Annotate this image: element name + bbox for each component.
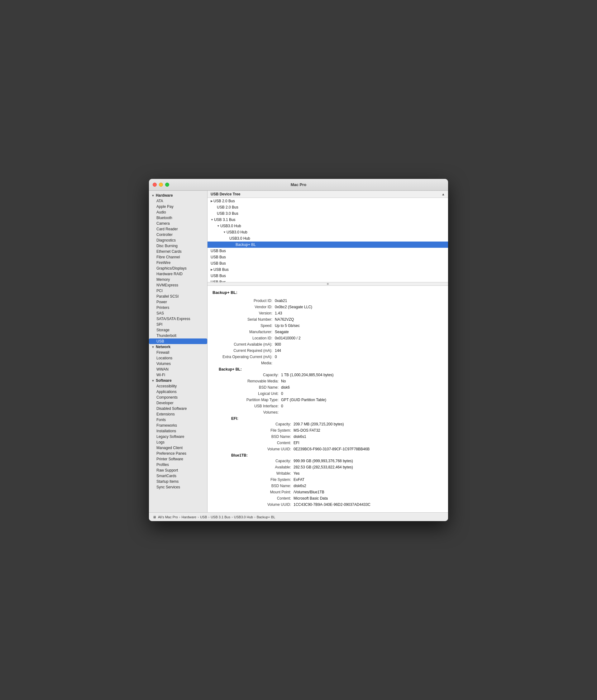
minimize-button[interactable]	[159, 183, 163, 187]
efi-title: EFI:	[231, 416, 443, 421]
sidebar-item-ethernetcards[interactable]: Ethernet Cards	[149, 249, 207, 254]
field-label: Volume UUID:	[237, 446, 293, 452]
sidebar-section-network[interactable]: ▼ Network	[149, 344, 207, 350]
sidebar-item-startupitems[interactable]: Startup Items	[149, 479, 207, 484]
breadcrumb-item[interactable]: Ali's Mac Pro	[158, 515, 178, 519]
sidebar-item-disabledsoftware[interactable]: Disabled Software	[149, 406, 207, 411]
sidebar-section-software[interactable]: ▼ Software	[149, 378, 207, 383]
field-label: Manufacturer:	[212, 329, 275, 335]
sidebar-item-graphicsdisplays[interactable]: Graphics/Displays	[149, 266, 207, 271]
tree-row[interactable]: USB Bus	[208, 260, 448, 267]
detail-row: USB Interface: 0	[225, 403, 443, 409]
network-header: Network	[156, 345, 171, 349]
field-value: EFI	[293, 440, 443, 446]
field-label: Current Required (mA):	[212, 348, 275, 353]
sidebar-item-legacysoftware[interactable]: Legacy Software	[149, 434, 207, 440]
sidebar-item-developer[interactable]: Developer	[149, 400, 207, 406]
triangle-software: ▼	[151, 379, 155, 382]
sidebar-item-wifi[interactable]: Wi-Fi	[149, 372, 207, 378]
sidebar-item-parallelscsi[interactable]: Parallel SCSI	[149, 294, 207, 299]
sidebar-item-logs[interactable]: Logs	[149, 440, 207, 445]
field-value: Microsoft Basic Data	[293, 496, 443, 501]
sidebar-item-extensions[interactable]: Extensions	[149, 411, 207, 417]
sidebar-item-hardwareraid[interactable]: Hardware RAID	[149, 271, 207, 277]
field-label: Capacity:	[237, 458, 293, 464]
sidebar-item-spi[interactable]: SPI	[149, 322, 207, 327]
breadcrumb-item[interactable]: USB3.0 Hub	[234, 515, 253, 519]
tree-label: USB Bus	[213, 268, 229, 272]
tree-row[interactable]: USB Bus	[208, 248, 448, 254]
sidebar-item-printersoftware[interactable]: Printer Software	[149, 456, 207, 462]
sidebar-item-ata[interactable]: ATA	[149, 198, 207, 204]
tree-row[interactable]: USB Bus	[208, 273, 448, 279]
breadcrumb-item[interactable]: USB 3.1 Bus	[211, 515, 230, 519]
collapse-arrow-icon[interactable]: ▲	[442, 192, 445, 196]
sidebar-item-smartcards[interactable]: SmartCards	[149, 473, 207, 479]
tree-row[interactable]: ▼ USB3.0 Hub	[208, 223, 448, 229]
sidebar-item-discburning[interactable]: Disc Burning	[149, 243, 207, 249]
sidebar-item-bluetooth[interactable]: Bluetooth	[149, 215, 207, 221]
sidebar-item-wwan[interactable]: WWAN	[149, 367, 207, 372]
field-value: 144	[275, 348, 443, 353]
tree-label: USB 3.0 Bus	[217, 211, 238, 216]
sidebar-item-applications[interactable]: Applications	[149, 389, 207, 395]
tree-row[interactable]: ▶ USB Bus	[208, 267, 448, 273]
sidebar-section-hardware[interactable]: ▼ Hardware	[149, 193, 207, 198]
sidebar-item-nvmexpress[interactable]: NVMExpress	[149, 282, 207, 288]
sidebar-item-components[interactable]: Components	[149, 395, 207, 400]
tree-area[interactable]: ▶ USB 2.0 Bus USB 2.0 Bus USB 3.0 Bus ▼	[208, 198, 448, 282]
detail-row: BSD Name: disk6s1	[237, 434, 443, 440]
sidebar-item-storage[interactable]: Storage	[149, 327, 207, 333]
sidebar-item-installations[interactable]: Installations	[149, 428, 207, 434]
sidebar-item-camera[interactable]: Camera	[149, 221, 207, 226]
field-value: /Volumes/Blue1TB	[293, 489, 443, 495]
sidebar-item-diagnostics[interactable]: Diagnostics	[149, 238, 207, 243]
tree-row[interactable]: ▼ USB 3.1 Bus	[208, 217, 448, 223]
tree-header: USB Device Tree ▲	[208, 191, 448, 198]
sidebar-item-controller[interactable]: Controller	[149, 232, 207, 238]
detail-row-version: Version: 1.43	[212, 310, 443, 316]
divider-dot	[327, 283, 329, 285]
sidebar-item-profiles[interactable]: Profiles	[149, 462, 207, 468]
sidebar-item-satasataexpress[interactable]: SATA/SATA Express	[149, 316, 207, 322]
breadcrumb-separator: ›	[198, 515, 199, 519]
breadcrumb-item[interactable]: USB	[200, 515, 207, 519]
sidebar-item-managedclient[interactable]: Managed Client	[149, 445, 207, 451]
sidebar-item-fibrechannel[interactable]: Fibre Channel	[149, 254, 207, 260]
sidebar-item-power[interactable]: Power	[149, 299, 207, 305]
field-value: 0	[281, 403, 443, 409]
tree-row[interactable]: USB3.0 Hub	[208, 235, 448, 242]
tree-row-selected[interactable]: Backup+ BL	[208, 242, 448, 248]
sidebar-item-fonts[interactable]: Fonts	[149, 417, 207, 423]
breadcrumb-item[interactable]: Hardware	[182, 515, 197, 519]
sidebar-item-frameworks[interactable]: Frameworks	[149, 423, 207, 428]
tree-row[interactable]: USB Bus	[208, 254, 448, 260]
sidebar-item-sas[interactable]: SAS	[149, 310, 207, 316]
field-label: Serial Number:	[212, 317, 275, 322]
sidebar-item-cardreader[interactable]: Card Reader	[149, 226, 207, 232]
tree-row[interactable]: USB 3.0 Bus	[208, 210, 448, 217]
sidebar-item-firewall[interactable]: Firewall	[149, 350, 207, 355]
tree-row[interactable]: ▼ USB3.0 Hub	[208, 229, 448, 235]
tree-row[interactable]: ▶ USB 2.0 Bus	[208, 198, 448, 204]
sidebar-item-locations[interactable]: Locations	[149, 355, 207, 361]
sidebar-item-preferencepanes[interactable]: Preference Panes	[149, 451, 207, 456]
sidebar-item-applepay[interactable]: Apple Pay	[149, 204, 207, 209]
sidebar-item-firewire[interactable]: FireWire	[149, 260, 207, 266]
sidebar-item-accessibility[interactable]: Accessibility	[149, 383, 207, 389]
sidebar-item-memory[interactable]: Memory	[149, 277, 207, 282]
sidebar-item-pci[interactable]: PCI	[149, 288, 207, 294]
maximize-button[interactable]	[165, 183, 169, 187]
sidebar-item-thunderbolt[interactable]: Thunderbolt	[149, 333, 207, 339]
sidebar-item-printers[interactable]: Printers	[149, 305, 207, 310]
sidebar-item-syncservices[interactable]: Sync Services	[149, 484, 207, 490]
sidebar-item-rawsupport[interactable]: Raw Support	[149, 468, 207, 473]
breadcrumb-item[interactable]: Backup+ BL	[257, 515, 276, 519]
sidebar-item-usb[interactable]: USB	[149, 339, 207, 344]
close-button[interactable]	[153, 183, 157, 187]
tree-row[interactable]: USB Bus	[208, 279, 448, 282]
tree-row[interactable]: USB 2.0 Bus	[208, 204, 448, 210]
sidebar-item-audio[interactable]: Audio	[149, 209, 207, 215]
sidebar-item-volumes[interactable]: Volumes	[149, 361, 207, 367]
triangle-network: ▼	[151, 345, 155, 349]
